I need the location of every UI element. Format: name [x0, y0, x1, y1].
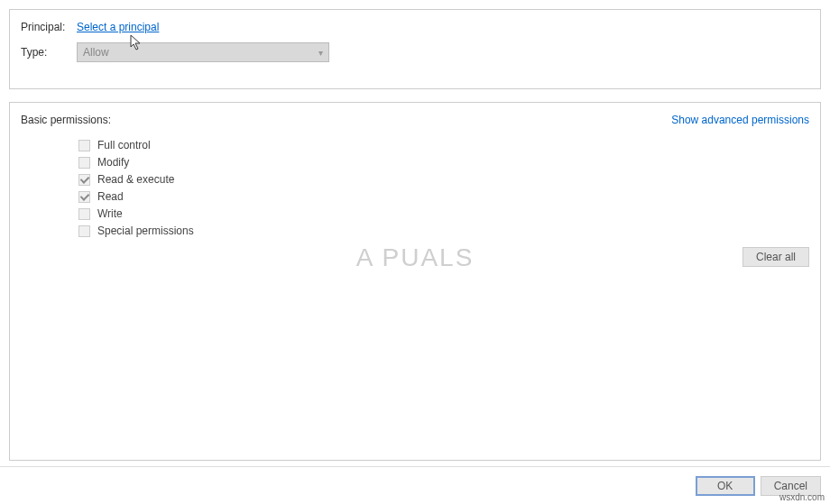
perm-label: Modify — [97, 156, 129, 169]
chevron-down-icon: ▾ — [318, 48, 323, 58]
ok-button[interactable]: OK — [696, 476, 755, 496]
clear-all-button[interactable]: Clear all — [742, 247, 809, 267]
type-label: Type: — [21, 46, 77, 59]
perm-special: Special permissions — [78, 225, 809, 237]
perm-modify: Modify — [78, 156, 809, 169]
checkbox-read[interactable] — [78, 191, 90, 203]
perm-label: Read & execute — [97, 173, 174, 186]
perm-label: Special permissions — [97, 225, 194, 237]
perm-label: Full control — [97, 139, 151, 151]
show-advanced-permissions-link[interactable]: Show advanced permissions — [671, 114, 809, 126]
watermark-source: wsxdn.com — [779, 492, 825, 502]
type-row: Type: Allow ▾ — [21, 42, 809, 62]
perm-full-control: Full control — [78, 139, 809, 151]
perm-label: Write — [97, 207, 123, 220]
permissions-header: Basic permissions: Show advanced permiss… — [21, 114, 809, 126]
permissions-list: Full control Modify Read & execute Read … — [78, 139, 809, 237]
perm-label: Read — [97, 190, 124, 203]
checkbox-special-permissions[interactable] — [78, 225, 90, 237]
principal-row: Principal: Select a principal — [21, 21, 809, 33]
basic-permissions-heading: Basic permissions: — [21, 114, 111, 126]
clear-all-wrap: Clear all — [742, 247, 809, 267]
perm-read: Read — [78, 190, 809, 203]
principal-panel: Principal: Select a principal Type: Allo… — [9, 9, 821, 89]
checkbox-full-control[interactable] — [78, 140, 90, 151]
checkbox-write[interactable] — [78, 208, 90, 220]
permissions-panel: Basic permissions: Show advanced permiss… — [9, 102, 821, 461]
perm-read-execute: Read & execute — [78, 173, 809, 186]
type-dropdown[interactable]: Allow ▾ — [77, 42, 329, 62]
principal-label: Principal: — [21, 21, 77, 33]
dialog-button-bar: OK Cancel — [0, 466, 830, 504]
select-principal-link[interactable]: Select a principal — [77, 21, 159, 33]
perm-write: Write — [78, 207, 809, 220]
checkbox-read-execute[interactable] — [78, 174, 90, 186]
checkbox-modify[interactable] — [78, 157, 90, 169]
type-dropdown-value: Allow — [83, 46, 109, 59]
